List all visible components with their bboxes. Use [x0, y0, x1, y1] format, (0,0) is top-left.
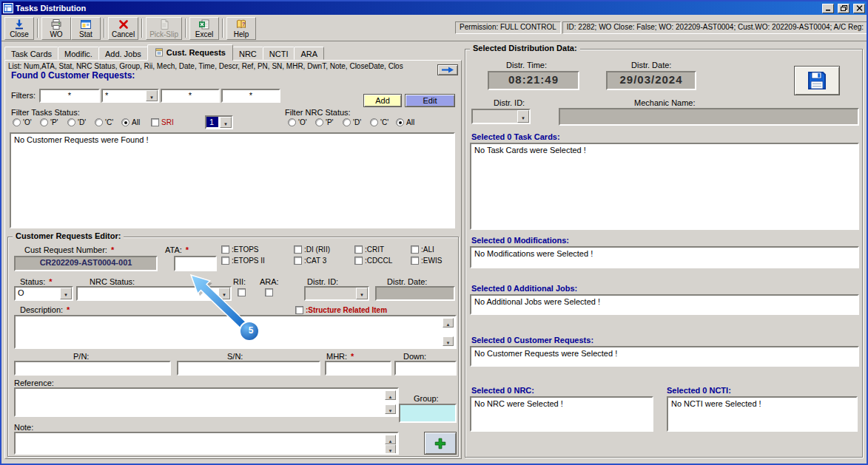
help-button[interactable]: ? Help: [226, 17, 256, 40]
empty-message: No Task Cards were Selected !: [471, 144, 858, 156]
forward-arrow-button[interactable]: [437, 64, 458, 75]
required-marker: *: [67, 305, 70, 314]
radio-label: 'C': [380, 118, 388, 126]
ewis-checkbox[interactable]: :EWIS: [411, 257, 442, 265]
flag-label: :EWIS: [421, 257, 442, 265]
group-field[interactable]: [399, 404, 457, 423]
flag-label: :CAT 3: [304, 257, 326, 265]
pick-slip-button: Pick-Slip: [146, 17, 182, 40]
radio-nrc-status-all[interactable]: All: [396, 118, 414, 126]
restore-button[interactable]: [838, 4, 850, 13]
cat3-checkbox[interactable]: :CAT 3: [294, 257, 326, 265]
page-number-combo-value: 1: [206, 117, 218, 127]
sri-checkbox[interactable]: SRI: [151, 118, 174, 126]
scroll-down-button[interactable]: [385, 444, 396, 454]
dropdown-arrow-button[interactable]: [60, 288, 72, 299]
dropdown-arrow-button[interactable]: [517, 110, 529, 123]
tab-cust-requests[interactable]: Cust. Requests: [147, 44, 233, 61]
selected-nrc-list[interactable]: No NRC were Selected !: [470, 396, 653, 432]
radio-label: 'C': [105, 118, 113, 126]
customer-requests-list[interactable]: No Customer Requests were Found !: [10, 132, 455, 228]
filter-combo-2[interactable]: *: [101, 89, 159, 103]
stat-button-label: Stat: [79, 30, 92, 38]
close-button[interactable]: Close: [4, 17, 34, 40]
tab-ara[interactable]: ARA: [294, 47, 324, 60]
sn-input[interactable]: [177, 361, 320, 376]
scroll-up-button[interactable]: [385, 435, 396, 444]
radio-nrc-status-o[interactable]: 'O': [288, 118, 307, 126]
radio-nrc-status-c[interactable]: 'C': [370, 118, 388, 126]
selected-customer-requests-list[interactable]: No Customer Requests were Selected !: [470, 346, 859, 367]
excel-button-label: Excel: [195, 30, 213, 38]
tab-modific[interactable]: Modific.: [58, 47, 99, 60]
cdccl-checkbox[interactable]: :CDCCL: [354, 257, 392, 265]
radio-label: 'D': [353, 118, 361, 126]
tab-nrc[interactable]: NRC: [232, 47, 263, 60]
radio-task-status-o[interactable]: 'O': [13, 118, 32, 126]
selected-task-cards-list[interactable]: No Task Cards were Selected !: [470, 143, 859, 230]
scroll-down-button[interactable]: [385, 404, 396, 414]
etops-checkbox[interactable]: :ETOPS: [221, 245, 259, 254]
edit-button[interactable]: Edit: [405, 94, 455, 107]
distr-date-value: 29/03/2024: [606, 71, 696, 90]
required-marker: *: [186, 245, 189, 254]
tab-ncti[interactable]: NCTI: [263, 47, 295, 60]
excel-button[interactable]: Excel: [189, 17, 219, 40]
radio-task-status-all[interactable]: All: [121, 118, 140, 126]
radio-icon: [40, 118, 48, 126]
radio-task-status-d[interactable]: 'D': [67, 118, 86, 126]
crit-checkbox[interactable]: :CRIT: [354, 245, 384, 254]
tab-label: NRC: [239, 50, 257, 58]
scroll-down-button[interactable]: [443, 336, 454, 346]
cancel-button[interactable]: Cancel: [108, 17, 138, 40]
toolbar-separator: [185, 18, 186, 38]
save-button[interactable]: [794, 66, 840, 95]
scroll-up-button[interactable]: [385, 390, 396, 400]
down-label: Down:: [403, 352, 426, 361]
radio-nrc-status-d[interactable]: 'D': [343, 118, 361, 126]
add-customer-request-button[interactable]: [424, 432, 457, 455]
checkbox-icon: [354, 245, 363, 254]
scroll-up-button[interactable]: [443, 318, 454, 327]
close-window-button[interactable]: [853, 4, 865, 13]
stat-button[interactable]: Stat: [71, 17, 101, 40]
wo-button[interactable]: WO: [41, 17, 71, 40]
distr-time-label: Distr. Time:: [506, 61, 547, 69]
status-combo[interactable]: O: [14, 286, 73, 301]
down-input[interactable]: [394, 361, 457, 376]
ali-checkbox[interactable]: :ALI: [411, 245, 434, 254]
radio-task-status-c[interactable]: 'C': [95, 118, 113, 126]
mechanic-name-label: Mechanic Name:: [634, 98, 696, 107]
empty-message: No NCTI were Selected !: [668, 398, 856, 410]
cancel-button-label: Cancel: [112, 30, 135, 38]
page-number-combo[interactable]: 1: [205, 115, 233, 129]
add-button[interactable]: Add: [363, 94, 402, 107]
filter-input-4[interactable]: *: [221, 89, 280, 103]
selected-ncti-list[interactable]: No NCTI were Selected !: [667, 396, 858, 432]
reference-input[interactable]: [14, 387, 399, 417]
cancel-x-icon: [118, 18, 129, 30]
selected-additional-jobs-list[interactable]: No Additional Jobs were Selected !: [470, 294, 859, 315]
filter-input-3[interactable]: *: [161, 89, 220, 103]
radio-nrc-status-p[interactable]: 'P': [315, 118, 334, 126]
printer-icon: [50, 18, 62, 30]
structure-related-item-checkbox[interactable]: :Structure Related Item: [295, 306, 387, 314]
checkbox-icon: [295, 306, 303, 314]
pn-input[interactable]: [14, 361, 171, 376]
cust-requests-page: List: Num,ATA, Stat, NRC Status, Group, …: [4, 60, 462, 459]
selected-modifications-list[interactable]: No Modifications were Selected !: [470, 246, 859, 268]
dropdown-arrow-button[interactable]: [220, 117, 232, 128]
dropdown-arrow-button[interactable]: [146, 90, 158, 101]
filter-input-1[interactable]: *: [39, 89, 100, 103]
empty-message: No Modifications were Selected !: [471, 248, 858, 259]
distr-id-combo[interactable]: [471, 109, 531, 124]
tab-add-jobs[interactable]: Add. Jobs: [98, 47, 148, 60]
radio-label: 'P': [326, 118, 334, 126]
tab-task-cards[interactable]: Task Cards: [4, 47, 58, 60]
checkbox-icon: [411, 245, 419, 254]
radio-task-status-p[interactable]: 'P': [40, 118, 58, 126]
mhr-input[interactable]: [325, 361, 391, 376]
di-rii-checkbox[interactable]: :DI (RII): [294, 245, 330, 254]
note-input[interactable]: [14, 432, 399, 455]
minimize-button[interactable]: [822, 4, 834, 13]
